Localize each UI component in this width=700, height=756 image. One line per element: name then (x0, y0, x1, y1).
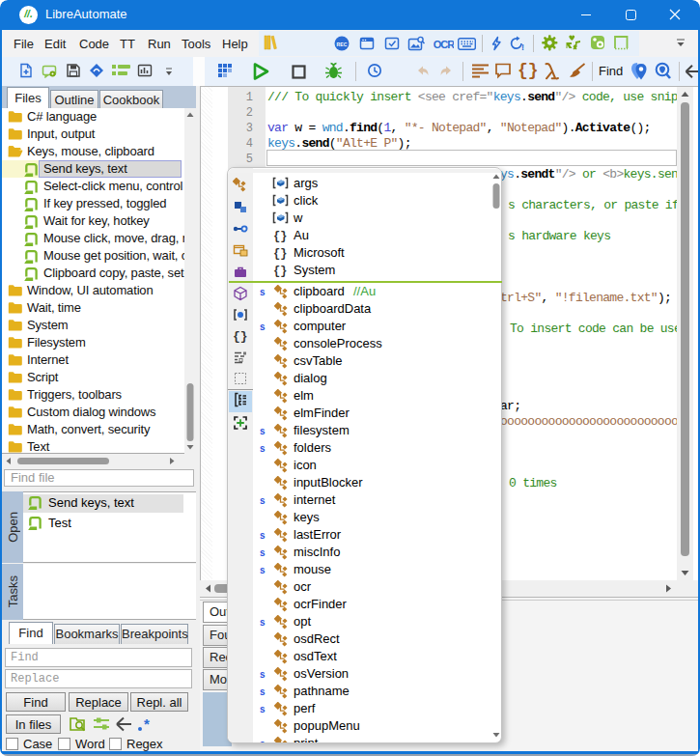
svg-text:OCR: OCR (434, 39, 454, 50)
svg-text:*: * (144, 715, 150, 732)
svg-text:!: ! (521, 42, 524, 51)
svg-text:REC: REC (337, 42, 348, 47)
